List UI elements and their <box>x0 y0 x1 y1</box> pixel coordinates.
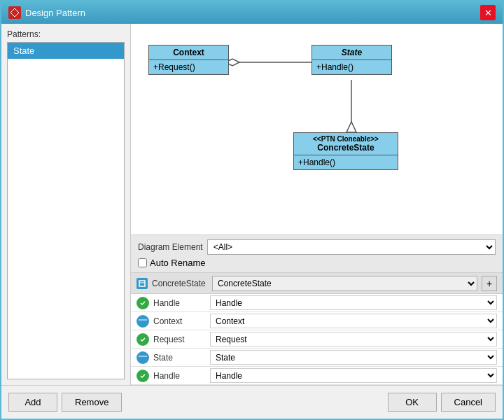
window-body: Patterns: State <box>1 24 503 385</box>
context-box-body: +Request() <box>149 60 228 74</box>
concrete-box-title: <<PTN Cloneable>> ConcreteState <box>294 133 398 155</box>
state-icon <box>136 351 149 364</box>
handle2-select[interactable]: Handle <box>210 368 497 383</box>
mapping-header-label: ConcreteState <box>152 279 208 288</box>
patterns-label: Patterns: <box>7 29 125 39</box>
diagram-element-row: Diagram Element <All> <box>138 239 496 255</box>
concrete-class-name: ConcreteState <box>298 143 393 153</box>
svg-rect-12 <box>139 354 147 362</box>
title-bar: Design Pattern ✕ <box>1 1 503 24</box>
svg-marker-5 <box>346 122 356 132</box>
patterns-list: State <box>7 42 125 379</box>
cancel-button[interactable]: Cancel <box>441 393 496 412</box>
handle1-icon <box>136 297 149 309</box>
mapping-row-context: Context Context <box>131 312 503 330</box>
bottom-left-buttons: Add Remove <box>8 393 122 412</box>
mapping-header-value: ConcreteState <box>212 276 477 291</box>
mapping-area: ConcreteState ConcreteState + Handle <box>131 273 503 385</box>
ok-button[interactable]: OK <box>388 393 437 412</box>
state-value: State <box>210 350 497 365</box>
mapping-header-row: ConcreteState ConcreteState + <box>131 273 503 294</box>
stereotype-label: <<PTN Cloneable>> <box>298 135 393 143</box>
design-pattern-window: Design Pattern ✕ Patterns: State <box>0 0 504 420</box>
add-mapping-button[interactable]: + <box>482 276 497 291</box>
options-area: Diagram Element <All> Auto Rename <box>131 235 503 273</box>
state-uml-box: State +Handle() <box>312 45 392 75</box>
svg-rect-6 <box>139 281 145 286</box>
pattern-item-state[interactable]: State <box>8 43 124 59</box>
state-box-title: State <box>312 46 391 60</box>
diagram-element-label: Diagram Element <box>138 242 203 252</box>
handle1-label: Handle <box>153 298 206 308</box>
mapping-row-state: State State <box>131 349 503 367</box>
handle2-value: Handle <box>210 368 497 383</box>
handle2-icon <box>136 370 149 382</box>
request-value: Request <box>210 332 497 346</box>
mapping-row-request: Request Request <box>131 330 503 349</box>
state-box-body: +Handle() <box>312 60 391 74</box>
mapping-header-select[interactable]: ConcreteState <box>212 276 477 291</box>
context-value: Context <box>210 314 497 328</box>
svg-rect-9 <box>139 317 147 326</box>
add-button[interactable]: Add <box>8 393 57 412</box>
state-select[interactable]: State <box>210 350 497 365</box>
diagram-area: Context +Request() State +Handle() <<PTN… <box>131 24 503 235</box>
context-box-title: Context <box>149 46 228 60</box>
svg-marker-0 <box>10 8 19 17</box>
auto-rename-label: Auto Rename <box>150 258 206 268</box>
bottom-right-buttons: OK Cancel <box>388 393 496 412</box>
handle2-label: Handle <box>153 371 206 381</box>
handle1-select[interactable]: Handle <box>210 295 497 310</box>
context-label: Context <box>153 316 206 326</box>
context-select[interactable]: Context <box>210 314 497 328</box>
auto-rename-row: Auto Rename <box>138 258 496 268</box>
handle1-value: Handle <box>210 295 497 310</box>
concrete-box-body: +Handle() <box>294 155 398 169</box>
mapping-header-icon <box>136 278 148 289</box>
window-title: Design Pattern <box>25 8 85 18</box>
close-button[interactable]: ✕ <box>480 5 496 20</box>
remove-button[interactable]: Remove <box>62 393 122 412</box>
bottom-bar: Add Remove OK Cancel <box>1 385 503 419</box>
app-icon <box>8 6 21 19</box>
left-panel: Patterns: State <box>1 24 131 385</box>
auto-rename-checkbox[interactable] <box>138 258 147 267</box>
request-icon <box>136 333 149 346</box>
mapping-row-handle2: Handle Handle <box>131 367 503 385</box>
right-panel: Context +Request() State +Handle() <<PTN… <box>131 24 503 385</box>
request-label: Request <box>153 335 206 344</box>
context-icon <box>136 315 149 328</box>
concrete-uml-box: <<PTN Cloneable>> ConcreteState +Handle(… <box>293 132 398 170</box>
mapping-row-handle1: Handle Handle <box>131 294 503 312</box>
diagram-element-select[interactable]: <All> <box>207 239 496 255</box>
request-select[interactable]: Request <box>210 332 497 346</box>
context-uml-box: Context +Request() <box>148 45 229 75</box>
state-label: State <box>153 353 206 363</box>
